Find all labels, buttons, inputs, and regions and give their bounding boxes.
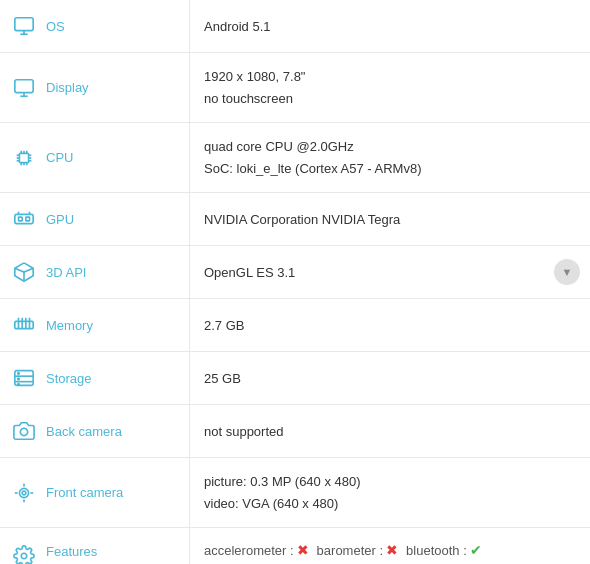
svg-point-36 <box>18 373 19 374</box>
value-line2-cpu: SoC: loki_e_lte (Cortex A57 - ARMv8) <box>204 159 421 179</box>
row-backcamera: Back cameranot supported <box>0 405 590 458</box>
label-cell-display: Display <box>0 53 190 122</box>
label-text-cpu: CPU <box>46 150 73 165</box>
value-line2-display: no touchscreen <box>204 89 293 109</box>
label-text-os: OS <box>46 19 65 34</box>
label-text-storage: Storage <box>46 371 92 386</box>
label-cell-3dapi: 3D API <box>0 246 190 298</box>
value-cell-memory: 2.7 GB <box>190 299 590 351</box>
svg-rect-0 <box>15 18 33 31</box>
svg-rect-21 <box>26 217 30 221</box>
row-frontcamera: Front camerapicture: 0.3 MP (640 x 480)v… <box>0 458 590 528</box>
row-display: Display1920 x 1080, 7.8"no touchscreen <box>0 53 590 123</box>
value-line1-cpu: quad core CPU @2.0GHz <box>204 137 354 157</box>
label-cell-frontcamera: Front camera <box>0 458 190 527</box>
value-cell-storage: 25 GB <box>190 352 590 404</box>
label-cell-storage: Storage <box>0 352 190 404</box>
label-cell-backcamera: Back camera <box>0 405 190 457</box>
cpu-icon <box>12 146 36 170</box>
row-cpu: CPUquad core CPU @2.0GHzSoC: loki_e_lte … <box>0 123 590 193</box>
features-icon <box>12 544 36 564</box>
svg-rect-3 <box>15 79 33 92</box>
svg-rect-19 <box>15 214 33 223</box>
row-features: Featuresaccelerometer :✖barometer :✖blue… <box>0 528 590 564</box>
value-gpu: NVIDIA Corporation NVIDIA Tegra <box>204 212 400 227</box>
value-3dapi: OpenGL ES 3.1 <box>204 265 295 280</box>
feature-label-barometer: barometer : <box>317 543 383 558</box>
svg-point-39 <box>20 428 27 435</box>
svg-rect-20 <box>19 217 23 221</box>
svg-point-46 <box>21 553 27 559</box>
storage-icon <box>12 366 36 390</box>
row-3dapi: 3D APIOpenGL ES 3.1▼ <box>0 246 590 299</box>
row-storage: Storage25 GB <box>0 352 590 405</box>
feature-item-accelerometer: accelerometer :✖ <box>204 542 309 558</box>
label-cell-os: OS <box>0 0 190 52</box>
3dapi-icon <box>12 260 36 284</box>
dropdown-btn-3dapi[interactable]: ▼ <box>554 259 580 285</box>
label-text-display: Display <box>46 80 89 95</box>
value-line1-frontcamera: picture: 0.3 MP (640 x 480) <box>204 472 361 492</box>
frontcamera-icon <box>12 481 36 505</box>
value-cell-3dapi: OpenGL ES 3.1▼ <box>190 246 590 298</box>
row-gpu: GPUNVIDIA Corporation NVIDIA Tegra <box>0 193 590 246</box>
svg-point-40 <box>19 488 28 497</box>
display-icon <box>12 76 36 100</box>
value-cell-cpu: quad core CPU @2.0GHzSoC: loki_e_lte (Co… <box>190 123 590 192</box>
memory-icon <box>12 313 36 337</box>
label-text-features: Features <box>46 544 97 559</box>
features-row-0: accelerometer :✖barometer :✖bluetooth :✔ <box>204 542 576 558</box>
svg-point-41 <box>22 491 26 495</box>
label-cell-features: Features <box>0 528 190 564</box>
label-text-3dapi: 3D API <box>46 265 86 280</box>
value-cell-display: 1920 x 1080, 7.8"no touchscreen <box>190 53 590 122</box>
svg-point-38 <box>18 384 19 385</box>
label-cell-memory: Memory <box>0 299 190 351</box>
label-text-gpu: GPU <box>46 212 74 227</box>
label-cell-cpu: CPU <box>0 123 190 192</box>
value-storage: 25 GB <box>204 371 241 386</box>
feature-label-accelerometer: accelerometer : <box>204 543 294 558</box>
value-memory: 2.7 GB <box>204 318 244 333</box>
value-backcamera: not supported <box>204 424 284 439</box>
value-cell-gpu: NVIDIA Corporation NVIDIA Tegra <box>190 193 590 245</box>
value-cell-backcamera: not supported <box>190 405 590 457</box>
feature-item-bluetooth: bluetooth :✔ <box>406 542 482 558</box>
feature-cross-accelerometer: ✖ <box>297 542 309 558</box>
value-cell-features: accelerometer :✖barometer :✖bluetooth :✔… <box>190 528 590 564</box>
svg-point-37 <box>18 378 19 379</box>
row-os: OSAndroid 5.1 <box>0 0 590 53</box>
label-text-frontcamera: Front camera <box>46 485 123 500</box>
value-os: Android 5.1 <box>204 19 271 34</box>
feature-label-bluetooth: bluetooth : <box>406 543 467 558</box>
value-line2-frontcamera: video: VGA (640 x 480) <box>204 494 338 514</box>
feature-check-bluetooth: ✔ <box>470 542 482 558</box>
svg-rect-24 <box>15 321 33 328</box>
gpu-icon <box>12 207 36 231</box>
feature-item-barometer: barometer :✖ <box>317 542 398 558</box>
label-text-backcamera: Back camera <box>46 424 122 439</box>
label-cell-gpu: GPU <box>0 193 190 245</box>
svg-rect-6 <box>19 153 28 162</box>
label-text-memory: Memory <box>46 318 93 333</box>
value-cell-os: Android 5.1 <box>190 0 590 52</box>
row-memory: Memory2.7 GB <box>0 299 590 352</box>
os-icon <box>12 14 36 38</box>
features-grid: accelerometer :✖barometer :✖bluetooth :✔… <box>204 542 576 564</box>
value-line1-display: 1920 x 1080, 7.8" <box>204 67 305 87</box>
value-cell-frontcamera: picture: 0.3 MP (640 x 480)video: VGA (6… <box>190 458 590 527</box>
feature-cross-barometer: ✖ <box>386 542 398 558</box>
backcamera-icon <box>12 419 36 443</box>
device-specs-table: OSAndroid 5.1Display1920 x 1080, 7.8"no … <box>0 0 590 564</box>
